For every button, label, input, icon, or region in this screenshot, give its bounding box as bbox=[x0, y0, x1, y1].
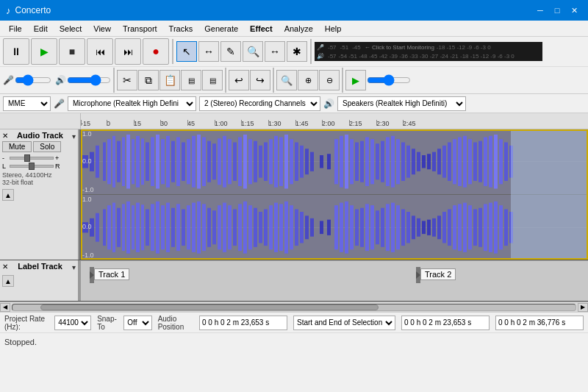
audio-api-select[interactable]: MME bbox=[3, 96, 51, 111]
menu-tracks[interactable]: Tracks bbox=[163, 23, 199, 35]
zoom-magnify[interactable]: ⊕ bbox=[298, 70, 318, 90]
menu-help[interactable]: Help bbox=[319, 23, 348, 35]
svg-rect-152 bbox=[432, 218, 436, 236]
next-button[interactable]: ⏭ bbox=[115, 38, 141, 65]
pan-thumb[interactable] bbox=[29, 163, 35, 170]
label-track-close[interactable]: ✕ bbox=[2, 263, 8, 271]
gain-slider[interactable] bbox=[10, 157, 54, 160]
svg-rect-41 bbox=[284, 135, 288, 189]
label-text-2[interactable]: Track 2 bbox=[420, 268, 456, 280]
svg-rect-98 bbox=[146, 209, 149, 246]
prev-button[interactable]: ⏮ bbox=[87, 38, 113, 65]
label-track-move-up[interactable]: ▲ bbox=[2, 275, 14, 287]
redo-button[interactable]: ↪ bbox=[250, 70, 270, 90]
selection-type-select[interactable]: Start and End of Selection bbox=[293, 316, 395, 330]
select-tool[interactable]: ↖ bbox=[176, 41, 197, 62]
scroll-thumb[interactable] bbox=[40, 304, 379, 310]
envelope-tool[interactable]: ↔ bbox=[198, 41, 219, 62]
output-volume-slider[interactable] bbox=[67, 75, 111, 85]
menu-transport[interactable]: Transport bbox=[117, 23, 163, 35]
record-button[interactable]: ● bbox=[143, 38, 169, 65]
snap-to-select[interactable]: Off bbox=[123, 316, 151, 330]
minimize-button[interactable]: ─ bbox=[532, 2, 548, 18]
monitoring-label[interactable]: ← Click to Start Monitoring bbox=[365, 44, 434, 51]
selection-start-input[interactable] bbox=[401, 316, 490, 330]
menu-generate[interactable]: Generate bbox=[198, 23, 244, 35]
ruler-tick: 2:00 bbox=[322, 120, 335, 127]
audio-position-input[interactable] bbox=[199, 316, 287, 330]
play-speed-button[interactable]: ▶ bbox=[345, 70, 366, 90]
menu-file[interactable]: File bbox=[3, 23, 28, 35]
svg-rect-47 bbox=[320, 155, 323, 168]
zoom-in-button[interactable]: 🔍 bbox=[276, 70, 297, 90]
speed-slider[interactable] bbox=[367, 75, 411, 85]
zoom-tool-btn[interactable]: 🔍 bbox=[243, 41, 263, 62]
svg-rect-65 bbox=[417, 152, 420, 171]
svg-rect-20 bbox=[176, 138, 180, 187]
amplitude-label-top-neg: -1.0 bbox=[82, 186, 94, 193]
ruler-tick: 30 bbox=[160, 120, 168, 127]
silence-button[interactable]: ▤ bbox=[202, 70, 223, 90]
pause-button[interactable]: ⏸ bbox=[3, 38, 29, 65]
label-track-dropdown[interactable]: ▾ bbox=[72, 263, 76, 271]
stop-button[interactable]: ■ bbox=[59, 38, 85, 65]
track-header: ✕ Audio Track ▾ bbox=[2, 131, 76, 141]
scroll-right-button[interactable]: ▶ bbox=[578, 303, 588, 312]
close-button[interactable]: ✕ bbox=[566, 2, 582, 18]
audio-track-canvas[interactable]: 1.0 0.0 -1.0 bbox=[79, 129, 588, 260]
track-move-up[interactable]: ▲ bbox=[2, 189, 14, 201]
svg-rect-136 bbox=[350, 205, 354, 249]
mute-button[interactable]: Mute bbox=[2, 141, 32, 152]
audio-track-dropdown[interactable]: ▾ bbox=[72, 132, 76, 140]
svg-rect-96 bbox=[136, 202, 140, 252]
svg-rect-49 bbox=[334, 139, 338, 184]
svg-rect-110 bbox=[207, 207, 211, 246]
titlebar-left: ♪ Concerto bbox=[6, 5, 51, 16]
speaker-icon: 🔊 bbox=[55, 75, 66, 85]
scroll-left-button[interactable]: ◀ bbox=[0, 303, 10, 312]
menu-analyze[interactable]: Analyze bbox=[279, 23, 319, 35]
snap-to-label: Snap-To bbox=[97, 315, 118, 331]
svg-rect-62 bbox=[401, 143, 405, 182]
svg-rect-74 bbox=[463, 136, 467, 188]
copy-button[interactable]: ⧉ bbox=[138, 70, 159, 90]
input-volume-slider[interactable] bbox=[15, 75, 51, 85]
label-text-1[interactable]: Track 1 bbox=[94, 268, 129, 280]
svg-rect-53 bbox=[355, 143, 359, 182]
play-button[interactable]: ▶ bbox=[31, 38, 57, 65]
output-device-select[interactable]: Speakers (Realtek High Definiti) bbox=[337, 96, 466, 111]
menu-view[interactable]: View bbox=[87, 23, 117, 35]
svg-rect-137 bbox=[355, 209, 359, 246]
label-track-controls: ✕ Label Track ▾ ▲ bbox=[0, 260, 79, 301]
selection-end-input[interactable] bbox=[495, 316, 584, 330]
label-track-canvas[interactable]: Track 1 Track 2 bbox=[79, 260, 588, 301]
svg-rect-56 bbox=[370, 139, 374, 184]
input-device-select[interactable]: Microphone (Realtek High Defini bbox=[68, 96, 196, 111]
project-rate-select[interactable]: 44100 bbox=[54, 316, 91, 330]
menu-edit[interactable]: Edit bbox=[28, 23, 54, 35]
svg-rect-114 bbox=[228, 205, 232, 249]
undo-button[interactable]: ↩ bbox=[229, 70, 249, 90]
label-track-row: ✕ Label Track ▾ ▲ Track 1 Track 2 bbox=[0, 260, 588, 302]
audio-track-close[interactable]: ✕ bbox=[2, 132, 8, 140]
amplitude-label-bot-neg: -1.0 bbox=[82, 252, 94, 259]
multi-tool[interactable]: ✱ bbox=[287, 41, 307, 62]
solo-button[interactable]: Solo bbox=[33, 141, 61, 152]
maximize-button[interactable]: □ bbox=[549, 2, 565, 18]
zoom-out-button[interactable]: ⊖ bbox=[319, 70, 340, 90]
draw-tool[interactable]: ✎ bbox=[220, 41, 241, 62]
menu-select[interactable]: Select bbox=[54, 23, 88, 35]
paste-button[interactable]: 📋 bbox=[159, 70, 180, 90]
mic-icon: 🎤 bbox=[3, 75, 14, 85]
trim-button[interactable]: ▤ bbox=[181, 70, 201, 90]
scroll-track[interactable] bbox=[12, 304, 576, 311]
channels-select[interactable]: 2 (Stereo) Recording Channels bbox=[199, 96, 320, 111]
horizontal-scrollbar[interactable]: ◀ ▶ bbox=[0, 302, 588, 312]
pan-slider[interactable] bbox=[10, 165, 54, 168]
svg-rect-9 bbox=[122, 138, 125, 187]
cut-button[interactable]: ✂ bbox=[117, 70, 137, 90]
svg-rect-51 bbox=[345, 135, 348, 189]
menu-effect[interactable]: Effect bbox=[244, 23, 279, 35]
timeshift-tool[interactable]: ↔ bbox=[265, 41, 285, 62]
gain-thumb[interactable] bbox=[24, 154, 30, 162]
